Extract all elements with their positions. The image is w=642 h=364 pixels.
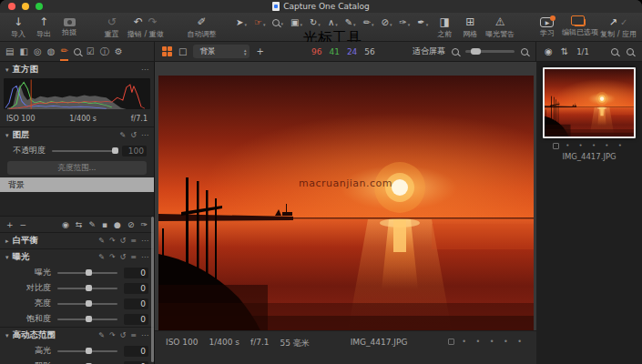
collapse-icon[interactable]: ▾: [5, 332, 9, 339]
redo-icon[interactable]: ↷: [148, 15, 158, 28]
loupe-tool[interactable]: ▾: [272, 19, 283, 26]
saturation-slider[interactable]: [57, 318, 117, 320]
sort-icon[interactable]: ⇅: [561, 46, 568, 56]
zoom-fit-label[interactable]: 适合屏幕: [413, 46, 445, 57]
brightness-slider[interactable]: [57, 303, 117, 305]
picker-icon[interactable]: ✎: [98, 331, 105, 339]
highlights-value[interactable]: 0: [124, 346, 148, 357]
star-rating[interactable]: • • • • •: [462, 338, 525, 346]
single-view-icon[interactable]: □: [178, 46, 187, 56]
fill-mask-icon[interactable]: ✑: [140, 220, 148, 229]
erase-mask-icon[interactable]: ⊘: [127, 220, 135, 229]
picker-icon[interactable]: ✎: [98, 253, 105, 261]
invert-mask-icon[interactable]: ⇆: [76, 220, 83, 229]
reset-button[interactable]: ↺ 重置: [99, 15, 125, 39]
collapse-icon[interactable]: ▾: [5, 66, 9, 74]
reset-icon[interactable]: ↺: [120, 331, 127, 339]
more-icon[interactable]: ⋯: [141, 131, 148, 139]
exposure-slider[interactable]: [57, 272, 117, 274]
learn-button[interactable]: ▶ 学习: [535, 15, 560, 38]
photo-sunset[interactable]: macruanjian.com: [158, 76, 534, 330]
slider-knob[interactable]: [86, 285, 92, 291]
capture-button[interactable]: 拍摄: [56, 15, 82, 37]
saturation-value[interactable]: 0: [124, 314, 148, 325]
slider-knob[interactable]: [86, 348, 92, 354]
brush-icon[interactable]: ✎: [88, 220, 96, 229]
eye-icon[interactable]: ◉: [545, 46, 553, 56]
zoom-slider[interactable]: [465, 50, 515, 53]
grid-button[interactable]: ⊞ 网格: [457, 15, 483, 39]
copy-apply-button[interactable]: ↗ ✓ 复制 / 应用: [600, 15, 637, 39]
select-tool[interactable]: ➤▾: [236, 17, 247, 27]
layer-row-background[interactable]: 背景: [0, 177, 154, 192]
import-button[interactable]: ↓ 导入: [5, 15, 31, 39]
collapse-icon[interactable]: ▾: [5, 132, 9, 139]
collapse-icon[interactable]: ▾: [5, 254, 9, 261]
star-rating[interactable]: • • • • •: [566, 142, 626, 149]
clone-tool[interactable]: ✑▾: [399, 17, 410, 27]
exposure-value[interactable]: 0: [124, 268, 148, 278]
crop-tool[interactable]: ▣▾: [290, 17, 302, 27]
slider-knob[interactable]: [86, 269, 92, 276]
zoom-in-icon[interactable]: [521, 48, 528, 56]
auto-adjust-button[interactable]: ✐ 自动调整: [183, 15, 219, 39]
copy-adjust-icon[interactable]: ↷: [109, 253, 116, 261]
spot-tool[interactable]: ✒▾: [417, 17, 428, 27]
add-layer-icon[interactable]: +: [256, 46, 263, 56]
thumbnail-selected[interactable]: [543, 67, 636, 138]
edit-selected-button[interactable]: 编辑已选项: [560, 15, 600, 37]
slider-knob[interactable]: [86, 316, 92, 322]
tab-color[interactable]: ◍: [47, 43, 56, 61]
export-button[interactable]: ↑ 导出: [31, 15, 56, 39]
more-icon[interactable]: ⋯: [141, 66, 148, 74]
exposure-warning-button[interactable]: ⚠ 曝光警告: [483, 15, 517, 39]
picker-icon[interactable]: ✎: [98, 237, 105, 245]
copy-adjust-icon[interactable]: ↷: [109, 237, 116, 245]
tab-focus[interactable]: [74, 43, 81, 61]
undo-icon[interactable]: ↶: [134, 15, 143, 28]
search-icon[interactable]: [611, 48, 618, 56]
filter-search-icon[interactable]: [627, 48, 634, 56]
tab-lens[interactable]: ◎: [34, 43, 42, 61]
erase-mask-tool[interactable]: ⊘▾: [382, 17, 392, 27]
copy-adjust-icon[interactable]: ↷: [109, 331, 116, 339]
remove-layer-icon[interactable]: −: [20, 220, 27, 229]
menu-icon[interactable]: ≡: [130, 331, 137, 339]
highlights-slider[interactable]: [57, 350, 117, 352]
expand-icon[interactable]: ▸: [5, 238, 9, 245]
reset-icon[interactable]: ↺: [120, 253, 127, 261]
add-layer-icon[interactable]: +: [6, 220, 14, 229]
contrast-slider[interactable]: [57, 288, 117, 289]
multi-view-icon[interactable]: [162, 46, 172, 56]
more-icon[interactable]: ⋯: [141, 237, 148, 245]
contrast-value[interactable]: 0: [124, 283, 148, 294]
sidebar-scrollbar[interactable]: [151, 217, 154, 362]
reset-icon[interactable]: ↺: [120, 237, 127, 245]
edit-mask-icon[interactable]: ✎: [120, 131, 127, 139]
color-tag-checkbox[interactable]: [448, 339, 454, 345]
layer-selector[interactable]: 背景 ▴▾: [193, 45, 250, 58]
gradient-mask-icon[interactable]: ▪: [102, 220, 107, 229]
tab-info[interactable]: ⓘ: [100, 43, 109, 61]
opacity-slider[interactable]: [52, 150, 116, 152]
tab-metadata[interactable]: ☑: [87, 43, 95, 61]
opacity-value[interactable]: 100: [122, 146, 147, 157]
reset-icon[interactable]: ↺: [130, 131, 137, 139]
rotate-tool[interactable]: ↻▾: [310, 17, 321, 27]
before-after-button[interactable]: ◨ 之前: [432, 15, 457, 39]
heal-tool[interactable]: ✏▾: [363, 17, 374, 27]
draw-mask-tool[interactable]: ✎▾: [345, 17, 356, 27]
menu-icon[interactable]: ≡: [130, 253, 137, 261]
mask-visibility-icon[interactable]: ◉: [62, 220, 69, 229]
tab-adjustments[interactable]: ✏: [60, 43, 67, 61]
opacity-slider-knob[interactable]: [112, 147, 118, 154]
tab-library[interactable]: ▤: [5, 43, 14, 61]
color-tag-checkbox[interactable]: [553, 143, 559, 149]
zoom-out-icon[interactable]: [452, 48, 459, 56]
brightness-value[interactable]: 0: [124, 298, 148, 309]
shadows-value[interactable]: 0: [124, 361, 148, 364]
hand-tool[interactable]: ☞▾: [254, 17, 265, 27]
luma-range-button[interactable]: 亮度范围...: [7, 161, 147, 175]
radial-mask-icon[interactable]: ●: [114, 220, 121, 229]
slider-knob[interactable]: [86, 300, 92, 307]
